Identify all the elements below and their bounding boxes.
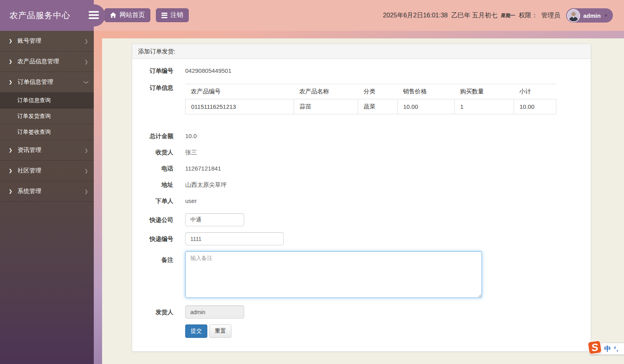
submit-button[interactable]: 提交	[185, 324, 207, 338]
sidebar-item-label: 订单信息管理	[17, 78, 53, 86]
order-info-label: 订单信息	[138, 84, 173, 114]
order-items-table: 农产品编号 农产品名称 分类 销售价格 购买数量 小计 011511162512…	[185, 84, 556, 114]
chevron-right-icon: ❯	[84, 148, 88, 153]
chevron-right-icon: ❯	[9, 80, 12, 85]
table-header-row: 农产品编号 农产品名称 分类 销售价格 购买数量 小计	[186, 84, 556, 99]
chevron-right-icon: ❯	[9, 38, 12, 44]
col-category: 分类	[358, 84, 398, 99]
permission-label: 权限：	[519, 11, 538, 20]
cell-category: 蔬菜	[358, 99, 398, 114]
home-button[interactable]: 网站首页	[104, 8, 150, 22]
cell-subtotal: 10.00	[514, 99, 556, 114]
sidebar-item-label: 系统管理	[17, 188, 41, 195]
express-no-input[interactable]	[185, 232, 284, 245]
datetime-text: 2025年6月2日16:01:38	[383, 11, 448, 20]
cell-product-no: 01151116251213	[186, 99, 294, 114]
chevron-down-icon: ❯	[83, 80, 89, 84]
express-company-input[interactable]	[185, 213, 244, 226]
remark-textarea[interactable]	[185, 251, 482, 298]
panel-title: 添加订单发货:	[132, 44, 591, 59]
sidebar-item-label: 资讯管理	[17, 146, 41, 154]
phone-value: 11267121841	[185, 165, 221, 173]
sidebar-item-system[interactable]: ❯ 系统管理 ❯	[0, 181, 94, 202]
express-company-label: 快递公司	[138, 213, 173, 226]
sidebar-subitem-order-receipt-query[interactable]: 订单签收查询	[0, 124, 94, 140]
total-amount-label: 总计金额	[138, 132, 173, 140]
chevron-right-icon: ❯	[84, 38, 88, 44]
sidebar-subitem-label: 订单信息查询	[17, 97, 51, 104]
chevron-right-icon: ❯	[84, 59, 88, 64]
list-icon	[161, 11, 167, 19]
role-text: 管理员	[541, 11, 560, 20]
receiver-label: 收货人	[138, 148, 173, 156]
col-quantity: 购买数量	[455, 84, 514, 99]
ime-language-mode[interactable]: 中	[604, 344, 611, 353]
home-icon	[110, 12, 116, 18]
orderer-value: user	[185, 197, 197, 205]
table-row: 01151116251213 蒜苗 蔬菜 10.00 1 10.00	[186, 99, 556, 114]
sidebar-item-news[interactable]: ❯ 资讯管理 ❯	[0, 140, 94, 161]
col-price: 销售价格	[398, 84, 455, 99]
sidebar-item-order-info[interactable]: ❯ 订单信息管理 ❯	[0, 72, 94, 93]
chevron-right-icon: ❯	[9, 189, 12, 194]
chevron-right-icon: ❯	[9, 168, 12, 173]
chevron-right-icon: ❯	[9, 148, 12, 153]
main-content: 添加订单发货: 订单编号 04290805449501 订单信息 农产品编号 农…	[102, 38, 624, 364]
chevron-right-icon: ❯	[84, 168, 88, 174]
chevron-right-icon: ❯	[9, 59, 12, 64]
shipper-label: 发货人	[138, 305, 173, 318]
shipper-input	[185, 305, 244, 318]
receiver-value: 张三	[185, 148, 197, 156]
sidebar-toggle-button[interactable]	[89, 11, 99, 20]
ime-punctuation-mode[interactable]: °,	[614, 345, 618, 352]
orderer-label: 下单人	[138, 197, 173, 205]
username-text: admin	[583, 12, 601, 19]
chevron-right-icon: ❯	[84, 189, 88, 194]
reset-button[interactable]: 重置	[209, 324, 231, 338]
user-menu[interactable]: admin ▼	[566, 8, 613, 23]
order-no-label: 订单编号	[138, 67, 173, 75]
total-amount-value: 10.0	[185, 132, 197, 140]
col-product-name: 农产品名称	[294, 84, 358, 99]
sidebar-item-label: 社区管理	[17, 167, 41, 174]
sogou-logo-icon[interactable]: S	[587, 340, 602, 355]
sidebar-subitem-label: 订单发货查询	[17, 113, 51, 120]
chevron-down-icon: ▼	[604, 13, 608, 18]
cell-price: 10.00	[398, 99, 455, 114]
col-product-no: 农产品编号	[186, 84, 294, 99]
address-value: 山西太原尖草坪	[185, 181, 227, 189]
weekday-text: 星期一	[501, 12, 515, 19]
cell-quantity: 1	[455, 99, 514, 114]
sidebar-subitem-order-query[interactable]: 订单信息查询	[0, 93, 94, 108]
sidebar-item-label: 账号管理	[17, 37, 41, 45]
remark-label: 备注	[138, 251, 173, 298]
sidebar-item-community[interactable]: ❯ 社区管理 ❯	[0, 161, 94, 181]
ime-toolbar[interactable]: S 中 °,	[590, 343, 624, 355]
sidebar-item-label: 农产品信息管理	[17, 58, 59, 65]
address-label: 地址	[138, 181, 173, 189]
sidebar: ❯ 账号管理 ❯ ❯ 农产品信息管理 ❯ ❯ 订单信息管理 ❯ 订单信息查询 订…	[0, 31, 94, 364]
order-no-value: 04290805449501	[185, 67, 231, 75]
sidebar-item-product-info[interactable]: ❯ 农产品信息管理 ❯	[0, 51, 94, 72]
sidebar-subitem-label: 订单签收查询	[17, 129, 51, 136]
phone-label: 电话	[138, 165, 173, 173]
cell-product-name: 蒜苗	[294, 99, 358, 114]
sidebar-subitem-order-ship-query[interactable]: 订单发货查询	[0, 108, 94, 124]
avatar	[567, 9, 580, 22]
logout-button[interactable]: 注销	[156, 8, 189, 22]
add-shipment-panel: 添加订单发货: 订单编号 04290805449501 订单信息 农产品编号 农…	[132, 44, 591, 352]
home-button-label: 网站首页	[119, 11, 145, 19]
app-title: 农产品服务中心	[0, 0, 94, 31]
lunar-date-text: 乙巳年 五月初七	[451, 11, 497, 20]
col-subtotal: 小计	[514, 84, 556, 99]
logout-button-label: 注销	[171, 11, 183, 19]
app-title-text: 农产品服务中心	[9, 10, 70, 21]
sidebar-item-account[interactable]: ❯ 账号管理 ❯	[0, 31, 94, 51]
express-no-label: 快递编号	[138, 232, 173, 245]
